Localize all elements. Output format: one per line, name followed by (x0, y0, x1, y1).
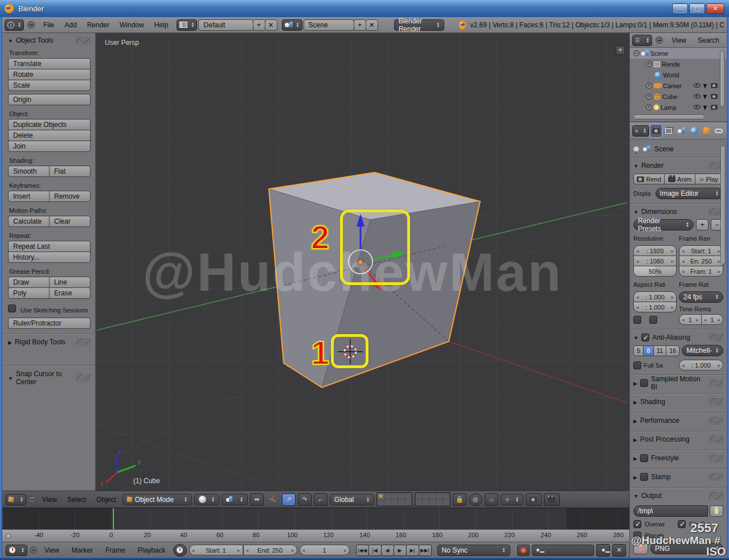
timeline-menu-view[interactable]: View (39, 543, 64, 558)
layer-cell[interactable] (405, 500, 411, 505)
insert-keyframes-button[interactable] (596, 544, 610, 557)
pivot-point-dropdown[interactable] (222, 494, 248, 505)
layers-grid-2[interactable] (415, 492, 450, 507)
gp-line-button[interactable]: Line (49, 277, 91, 288)
resolution-percentage-slider[interactable]: 50% (633, 266, 677, 277)
layer-cell[interactable] (384, 500, 391, 505)
render-engine-dropdown[interactable]: Blender Render (394, 19, 445, 31)
start-frame-field[interactable]: Start: 1 (189, 545, 243, 555)
timeline-playhead[interactable] (113, 508, 114, 530)
aa-samples-5-button[interactable]: 5 (633, 345, 644, 356)
resolution-x-field[interactable]: : 1920 (633, 245, 677, 256)
panel-output[interactable]: Output (633, 489, 723, 502)
panel-grip[interactable] (708, 454, 723, 462)
insert-keyframe-button[interactable]: Insert (8, 191, 50, 202)
panel-grip[interactable] (76, 374, 91, 382)
view3d-menu-view[interactable]: View (38, 491, 61, 508)
current-frame-field[interactable]: 1 (300, 545, 350, 555)
minimize-button[interactable]: — (672, 3, 688, 14)
ruler-protractor-button[interactable]: Ruler/Protractor (8, 318, 91, 329)
timeline-ruler[interactable]: -40-200204060801001201401601802002202402… (2, 529, 629, 542)
layer-cell[interactable] (436, 493, 443, 499)
panel-grip[interactable] (708, 435, 723, 443)
snap-element-dropdown[interactable]: ⊹ (501, 494, 523, 505)
layer-cell[interactable] (416, 500, 422, 505)
screen-layout-icon-button[interactable] (177, 19, 197, 31)
stamp-checkbox[interactable] (640, 473, 648, 481)
translate-manipulator-button[interactable]: ↗ (282, 493, 296, 506)
border-checkbox[interactable] (633, 316, 641, 324)
snap-magnet-button[interactable]: ∩ (485, 493, 498, 506)
play-button[interactable]: ▶ (394, 545, 407, 556)
expand-icon[interactable]: + (646, 61, 652, 67)
layer-cell[interactable] (405, 493, 411, 499)
panel-grip[interactable] (708, 473, 723, 481)
proportional-edit-button[interactable]: ◎ (469, 493, 482, 506)
render-animation-button[interactable]: Anim (664, 174, 695, 184)
outliner-menu-search[interactable]: Search (693, 34, 724, 47)
view3d-menu-object[interactable]: Object (92, 491, 120, 508)
origin-button[interactable]: Origin (8, 94, 91, 105)
gp-poly-button[interactable]: Poly (8, 287, 50, 299)
properties-editor-type-button[interactable]: ≡ (632, 125, 649, 137)
tab-object[interactable] (701, 125, 712, 137)
mode-dropdown[interactable]: Object Mode (122, 494, 192, 505)
outliner-row-cube[interactable]: + ▽ Cube (630, 91, 727, 102)
render-restrict-icon[interactable] (711, 105, 718, 110)
delete-scene-button[interactable]: ✕ (366, 19, 378, 31)
transform-orientation-dropdown[interactable]: Global (330, 494, 374, 505)
layer-cell[interactable] (423, 500, 429, 505)
outliner-editor-type-button[interactable]: ☰ (632, 35, 652, 46)
delete-layout-button[interactable]: ✕ (265, 19, 277, 31)
tab-scene[interactable] (675, 125, 687, 137)
panel-grip[interactable] (708, 492, 723, 500)
frame-step-field[interactable]: Fram: 1 (679, 266, 723, 277)
add-layout-button[interactable]: + (253, 19, 265, 31)
panel-stamp[interactable]: Stamp (633, 471, 723, 483)
scale-button[interactable]: Scale (8, 80, 91, 91)
render-still-button[interactable]: Rend (633, 174, 665, 184)
menu-add[interactable]: Add (59, 18, 81, 32)
selectability-icon[interactable] (703, 83, 708, 89)
keying-set-field[interactable] (532, 545, 594, 556)
output-path-field[interactable]: /tmp\ (633, 505, 708, 517)
aspect-y-field[interactable]: : 1.000 (633, 302, 677, 312)
layer-cell[interactable] (436, 500, 443, 505)
outliner-row-camera[interactable]: + Camer (630, 80, 727, 91)
browse-folder-button[interactable] (710, 505, 723, 517)
aa-filter-dropdown[interactable]: Mitchell- (682, 345, 723, 356)
outliner-row-world[interactable]: World (630, 69, 727, 80)
layer-cell[interactable] (423, 493, 429, 499)
view3d-collapse-button[interactable] (28, 496, 36, 503)
translate-button[interactable]: Translate (8, 58, 91, 69)
jump-to-start-button[interactable]: |◀◀ (356, 545, 369, 556)
panel-rigid-body-tools[interactable]: Rigid Body Tools (8, 338, 91, 346)
scene-selector-icon-button[interactable] (282, 19, 302, 31)
frame-start-field[interactable]: Start: 1 (679, 245, 723, 256)
render-restrict-icon[interactable] (711, 83, 718, 88)
outliner-row-renderlayers[interactable]: + Rende (630, 59, 727, 69)
panel-grip[interactable] (708, 333, 723, 341)
opengl-render-button[interactable] (526, 493, 542, 506)
sketching-sessions-checkbox[interactable] (8, 304, 16, 312)
panel-sampled-motion-blur[interactable]: Sampled Motion Bl (633, 377, 723, 389)
tab-world[interactable] (688, 125, 699, 137)
aa-samples-8-button[interactable]: 8 (643, 345, 653, 356)
delete-keyframes-button[interactable]: ✕ (612, 544, 626, 557)
outliner-collapse-button[interactable] (656, 36, 663, 44)
panel-snap-cursor[interactable]: Snap Cursor to Center (8, 370, 91, 386)
menu-window[interactable]: Window (114, 18, 149, 32)
visibility-eye-icon[interactable] (694, 105, 701, 109)
history-button[interactable]: History... (8, 252, 91, 263)
use-preview-range-button[interactable] (173, 544, 187, 557)
timeline-track[interactable] (2, 508, 629, 529)
aa-samples-16-button[interactable]: 16 (666, 345, 679, 356)
repeat-last-button[interactable]: Repeat Last (8, 241, 91, 252)
tab-render[interactable] (650, 125, 662, 137)
viewport-shading-dropdown[interactable] (194, 494, 219, 505)
anti-aliasing-checkbox[interactable] (641, 333, 649, 341)
scale-manipulator-button[interactable]: ⌐ (314, 493, 327, 506)
play-rendered-button[interactable]: ▷Play (695, 174, 723, 184)
flat-button[interactable]: Flat (49, 166, 91, 177)
motion-blur-checkbox[interactable] (640, 379, 648, 387)
